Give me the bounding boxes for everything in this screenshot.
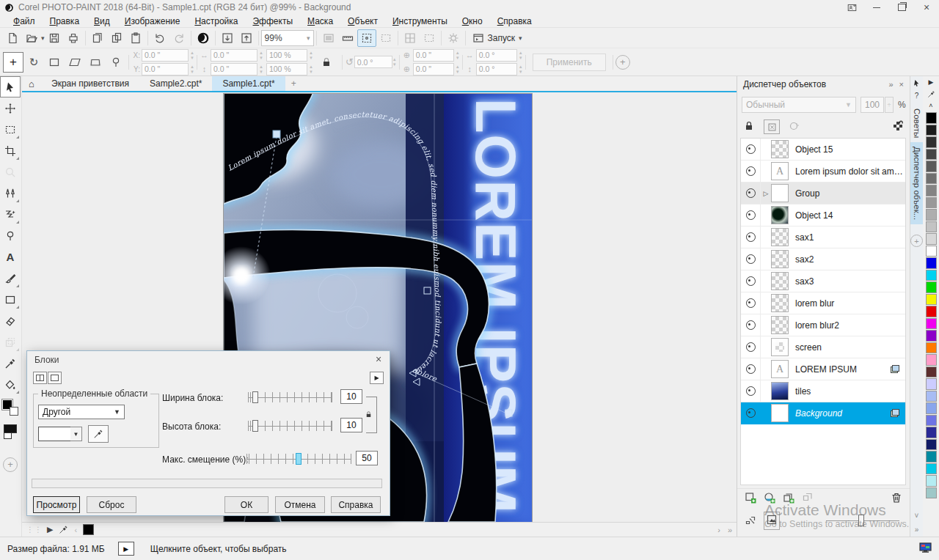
mask-transform-tool[interactable] <box>0 97 21 119</box>
close-button[interactable]: × <box>914 0 939 15</box>
color-swatch[interactable] <box>926 246 937 257</box>
max-offset-slider[interactable] <box>246 454 351 464</box>
layer-visibility-cell[interactable] <box>741 161 761 182</box>
scroll-left-arrow[interactable]: ‹ <box>74 526 77 534</box>
visibility-eye-icon[interactable] <box>746 408 756 418</box>
block-height-slider-handle[interactable] <box>252 420 258 432</box>
layer-row[interactable]: Object 15 <box>741 139 905 161</box>
clip-mask-button[interactable] <box>764 119 780 134</box>
mask-marquee-toggle-button[interactable] <box>376 29 395 47</box>
opacity-field[interactable]: 100 <box>861 97 884 113</box>
layer-visibility-cell[interactable] <box>741 336 761 358</box>
grid-toggle-button[interactable] <box>357 29 376 47</box>
layer-visibility-cell[interactable] <box>741 292 761 314</box>
visibility-eye-icon[interactable] <box>746 210 756 220</box>
layer-row[interactable]: lorem blur <box>741 292 905 314</box>
layer-row[interactable]: lorem blur2 <box>741 314 905 336</box>
layer-visibility-cell[interactable] <box>741 183 761 204</box>
color-swatch[interactable] <box>926 330 937 342</box>
launch-menu-button[interactable]: Запуск ▾ <box>468 32 527 44</box>
skew-mode-button[interactable] <box>65 52 85 73</box>
color-swatch[interactable] <box>926 294 937 306</box>
add-docker-button[interactable]: + <box>910 235 923 247</box>
paint-tool[interactable] <box>0 268 21 289</box>
document-tab[interactable]: Экран приветствия <box>41 76 139 91</box>
color-swatch[interactable] <box>926 270 937 281</box>
dual-preview-button[interactable] <box>33 372 47 384</box>
layer-visibility-cell[interactable] <box>741 380 761 402</box>
opacity-stepper[interactable]: ÷ <box>885 97 894 113</box>
skew-y-field[interactable]: 0.0 ° <box>476 63 517 75</box>
max-offset-slider-handle[interactable] <box>296 453 302 465</box>
block-width-value[interactable]: 10 <box>340 389 362 404</box>
visibility-eye-icon[interactable] <box>746 320 756 330</box>
block-width-slider-handle[interactable] <box>252 391 258 403</box>
rotation-field[interactable]: 0.0 ° <box>354 56 392 68</box>
palette-flyout-arrow[interactable]: ▶ <box>929 76 934 88</box>
color-swatch[interactable] <box>926 391 937 402</box>
visibility-eye-icon[interactable] <box>746 144 756 154</box>
position-mode-button[interactable]: + <box>3 52 23 73</box>
current-color-swatch[interactable] <box>83 524 94 535</box>
layer-row[interactable]: Object 14 <box>741 205 905 226</box>
magic-wand-mask-tool[interactable] <box>0 204 21 225</box>
menu-item[interactable]: Окно <box>455 16 490 26</box>
color-swatch[interactable] <box>926 173 937 185</box>
docker-expand-button[interactable]: » <box>888 80 893 89</box>
group-expander-icon[interactable]: ▷ <box>761 190 771 197</box>
fill-color-dropdown[interactable]: ▼ <box>70 427 82 441</box>
restore-button[interactable] <box>889 0 914 15</box>
menu-item[interactable]: Эффекты <box>245 16 300 26</box>
layer-row[interactable]: tiles <box>741 380 905 402</box>
thumbnail-size-slider-handle[interactable] <box>858 515 864 526</box>
layer-visibility-cell[interactable] <box>741 226 761 248</box>
palette-eyedropper-icon[interactable] <box>927 88 935 100</box>
layer-row[interactable]: sax3 <box>741 270 905 292</box>
lock-object-button[interactable] <box>892 120 904 134</box>
palette-expand-arrow[interactable]: » <box>915 526 919 534</box>
new-object-button[interactable] <box>745 492 756 506</box>
object-transparency-tool[interactable] <box>0 331 21 353</box>
copy-button[interactable] <box>107 29 126 47</box>
visibility-eye-icon[interactable] <box>746 232 756 242</box>
save-button[interactable] <box>45 29 64 47</box>
color-swatch[interactable] <box>926 281 937 293</box>
visibility-eye-icon[interactable] <box>746 166 756 176</box>
add-tool-button[interactable]: + <box>0 454 21 475</box>
scale-mode-button[interactable] <box>44 52 65 73</box>
color-swatch[interactable] <box>926 233 937 245</box>
document-tab[interactable]: Sample2.cpt* <box>139 76 212 91</box>
delete-lens-button[interactable] <box>789 120 800 134</box>
lock-transparency-button[interactable] <box>743 120 755 134</box>
layer-visibility-cell[interactable] <box>741 270 761 292</box>
center-x-spinner[interactable]: ▲▼ <box>456 51 460 60</box>
block-width-slider[interactable] <box>248 392 332 402</box>
zoom-tool[interactable] <box>0 161 21 183</box>
color-swatch[interactable] <box>926 197 937 209</box>
scale-x-field[interactable]: 100 % <box>266 49 307 62</box>
layer-visibility-cell[interactable] <box>741 139 761 160</box>
color-swatch[interactable] <box>926 475 937 487</box>
combine-objects-button[interactable] <box>802 492 814 506</box>
fill-tool[interactable] <box>0 374 21 395</box>
export-button[interactable] <box>237 29 256 47</box>
link-values-lock-icon[interactable] <box>364 410 373 419</box>
color-swatch[interactable] <box>926 402 937 414</box>
menu-item[interactable]: Правка <box>43 16 87 26</box>
menu-item[interactable]: Объект <box>340 16 385 26</box>
scale-x-spinner[interactable]: ▲▼ <box>309 51 313 60</box>
layer-row[interactable]: sax1 <box>741 226 905 248</box>
reset-button[interactable]: Сброс <box>87 496 136 513</box>
color-swatch[interactable] <box>926 257 937 269</box>
fill-swatch-control[interactable] <box>0 420 21 443</box>
duplicate-object-button[interactable] <box>783 492 794 506</box>
skew-y-spinner[interactable]: ▲▼ <box>519 65 523 74</box>
color-swatch[interactable] <box>926 463 937 475</box>
drag-grip[interactable]: ⋮⋮ <box>26 526 43 534</box>
zoom-combo-arrow[interactable]: ▾ <box>307 34 310 42</box>
crop-tool[interactable] <box>0 140 21 161</box>
color-swatch[interactable] <box>926 209 937 221</box>
menu-item[interactable]: Справка <box>490 16 539 26</box>
corel-welcome-button[interactable] <box>194 29 213 47</box>
docker-close-button[interactable]: × <box>899 80 904 89</box>
